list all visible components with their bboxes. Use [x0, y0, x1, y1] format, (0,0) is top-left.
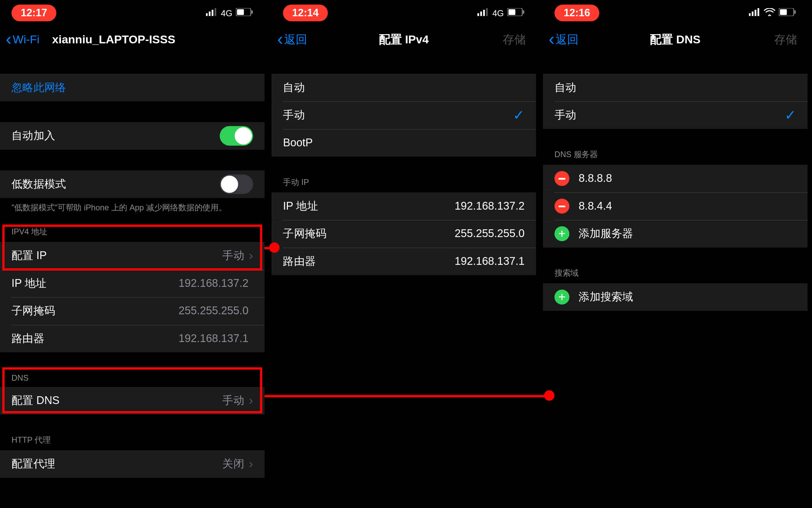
svg-rect-2	[212, 9, 213, 16]
back-label: Wi-Fi	[13, 33, 39, 46]
manual-label: 手动	[283, 108, 513, 123]
subnet-input-cell[interactable]: 子网掩码 255.255.255.0	[271, 220, 536, 248]
chevron-right-icon: ›	[249, 457, 253, 471]
forget-network-label: 忽略此网络	[12, 80, 253, 95]
nav-bar: ‹ 返回 配置 IPv4 存储	[271, 25, 536, 53]
dns-server-row[interactable]: 8.8.8.8	[543, 165, 808, 192]
nav-bar: ‹ 返回 配置 DNS 存储	[543, 25, 808, 53]
bootp-label: BootP	[283, 136, 524, 149]
auto-join-label: 自动加入	[12, 128, 220, 143]
auto-label: 自动	[555, 80, 796, 95]
svg-rect-1	[209, 11, 210, 16]
dns-server-value: 8.8.4.4	[579, 200, 796, 212]
router-value: 192.168.137.1	[455, 255, 525, 268]
add-icon[interactable]: +	[555, 290, 569, 304]
auto-join-toggle[interactable]	[220, 126, 253, 146]
subnet-label: 子网掩码	[12, 303, 179, 318]
battery-icon	[507, 8, 524, 18]
dns-servers-header: DNS 服务器	[543, 150, 808, 165]
svg-rect-17	[758, 8, 759, 16]
configure-ip-cell[interactable]: 配置 IP 手动 ›	[0, 242, 265, 270]
back-button[interactable]: ‹ 返回	[277, 30, 307, 48]
time-pill: 12:16	[555, 4, 600, 21]
dns-server-row[interactable]: 8.8.4.4	[543, 192, 808, 220]
auto-option[interactable]: 自动	[271, 74, 536, 102]
status-right	[749, 8, 796, 18]
svg-rect-20	[794, 10, 796, 14]
ip-input-cell[interactable]: IP 地址 192.168.137.2	[271, 192, 536, 220]
subnet-value: 255.255.255.0	[455, 228, 525, 240]
add-search-label: 添加搜索域	[579, 290, 796, 304]
svg-rect-15	[752, 11, 753, 16]
subnet-label: 子网掩码	[283, 226, 454, 241]
remove-icon[interactable]	[555, 199, 569, 214]
chevron-right-icon: ›	[249, 248, 253, 263]
svg-rect-6	[251, 10, 253, 14]
configure-dns-label: 配置 DNS	[12, 393, 222, 408]
ip-label: IP 地址	[283, 199, 454, 214]
save-button[interactable]: 存储	[503, 31, 526, 47]
page-title: xianniu_LAPTOP-ISSS	[52, 33, 175, 46]
time-pill: 12:14	[283, 4, 328, 21]
router-cell: 路由器 192.168.137.1	[0, 325, 265, 353]
ip-address-value: 192.168.137.2	[179, 277, 249, 290]
manual-option[interactable]: 手动 ✓	[543, 101, 808, 129]
configure-proxy-label: 配置代理	[12, 457, 222, 471]
back-button[interactable]: ‹ 返回	[549, 30, 579, 48]
manual-label: 手动	[555, 108, 785, 123]
svg-rect-16	[754, 9, 756, 16]
svg-rect-0	[206, 13, 208, 16]
configure-dns-cell[interactable]: 配置 DNS 手动 ›	[0, 387, 265, 415]
ip-address-label: IP 地址	[12, 276, 179, 291]
checkmark-icon: ✓	[785, 107, 796, 123]
configure-ip-label: 配置 IP	[12, 248, 222, 263]
auto-join-cell[interactable]: 自动加入	[0, 122, 265, 150]
low-data-label: 低数据模式	[12, 177, 220, 192]
svg-rect-19	[780, 9, 787, 15]
ip-address-cell: IP 地址 192.168.137.2	[0, 270, 265, 297]
add-icon[interactable]: +	[555, 226, 569, 241]
save-button[interactable]: 存储	[774, 31, 797, 47]
remove-icon[interactable]	[555, 171, 569, 186]
configure-proxy-value: 关闭	[222, 457, 244, 471]
status-bar: 12:14 4G	[271, 0, 536, 25]
configure-ip-value: 手动	[222, 248, 244, 263]
forget-network-cell[interactable]: 忽略此网络	[0, 74, 265, 102]
network-label: 4G	[221, 8, 232, 18]
nav-bar: ‹ Wi-Fi xianniu_LAPTOP-ISSS	[0, 25, 265, 53]
signal-icon	[749, 8, 760, 18]
chevron-left-icon: ‹	[277, 30, 283, 48]
manual-option[interactable]: 手动 ✓	[271, 101, 536, 129]
battery-icon	[236, 8, 253, 18]
back-button[interactable]: ‹ Wi-Fi	[6, 30, 40, 48]
svg-rect-3	[215, 8, 216, 16]
dns-server-value: 8.8.8.8	[579, 172, 796, 185]
bootp-option[interactable]: BootP	[271, 129, 536, 157]
auto-label: 自动	[283, 80, 524, 95]
configure-dns-value: 手动	[222, 393, 244, 408]
low-data-cell[interactable]: 低数据模式	[0, 170, 265, 198]
network-label: 4G	[492, 8, 504, 18]
add-server-row[interactable]: + 添加服务器	[543, 220, 808, 248]
add-server-label: 添加服务器	[579, 226, 796, 241]
page-title: 配置 DNS	[650, 31, 700, 47]
router-label: 路由器	[12, 331, 179, 346]
arrow-dot-ipv4	[269, 242, 280, 253]
battery-icon	[779, 8, 796, 18]
status-bar: 12:17 4G	[0, 0, 265, 25]
subnet-cell: 子网掩码 255.255.255.0	[0, 297, 265, 325]
add-search-row[interactable]: + 添加搜索域	[543, 283, 808, 311]
chevron-left-icon: ‹	[6, 30, 12, 48]
chevron-left-icon: ‹	[549, 30, 555, 48]
status-right: 4G	[477, 8, 524, 18]
svg-rect-12	[509, 9, 515, 15]
back-label: 返回	[556, 31, 579, 47]
router-input-cell[interactable]: 路由器 192.168.137.1	[271, 248, 536, 275]
ipv4-header: IPV4 地址	[0, 227, 265, 242]
auto-option[interactable]: 自动	[543, 74, 808, 102]
checkmark-icon: ✓	[513, 107, 524, 123]
router-label: 路由器	[283, 254, 454, 269]
low-data-toggle[interactable]	[220, 174, 253, 194]
configure-proxy-cell[interactable]: 配置代理 关闭 ›	[0, 450, 265, 478]
svg-rect-5	[237, 9, 244, 15]
